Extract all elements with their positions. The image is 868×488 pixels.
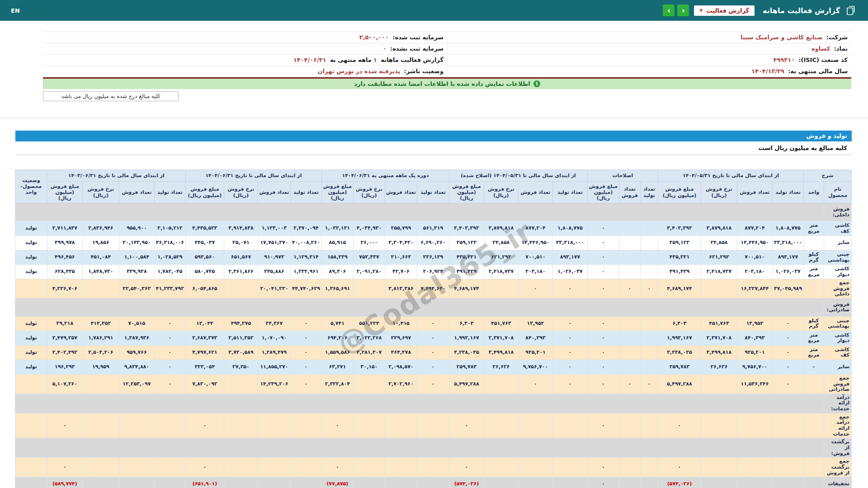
value-cell: ۰ xyxy=(290,331,321,345)
value-cell xyxy=(290,413,321,438)
value-cell: ۰ xyxy=(290,316,321,331)
value-cell xyxy=(619,413,640,438)
value-cell: ۳۹۹,۹۷۸ xyxy=(47,236,82,250)
value-cell: ۲,۷۰۲,۹۶۰ xyxy=(385,374,417,394)
column-header: تعداد تولید xyxy=(552,182,587,203)
value-cell: ۷۰,۵۱۵ xyxy=(119,316,154,331)
value-cell: ۰ xyxy=(290,374,321,394)
value-cell: ۳۶۴,۲۷۸ xyxy=(385,345,417,360)
value-cell: ۲,۴۱۸,۷۳۷ xyxy=(701,265,737,279)
value-cell: ۱۹۶,۲۹۳ xyxy=(47,360,82,374)
product-name-cell: سایر xyxy=(824,360,852,374)
value-cell: ۱۲,۲۵۳,۰۹۷ xyxy=(119,374,154,394)
next-report-button[interactable]: › xyxy=(663,5,675,16)
value-cell: ۲۱۰,۶۶۳ xyxy=(385,250,417,265)
value-cell: ۳,۸۱۳,۳۸۶ xyxy=(385,279,417,299)
value-cell: ۸۹,۳۰۶ xyxy=(321,265,353,279)
unit-cell: متر مربع xyxy=(804,221,824,236)
value-cell xyxy=(290,458,321,477)
prev-report-button[interactable]: ‹ xyxy=(677,5,689,16)
value-cell xyxy=(552,477,587,488)
value-cell: ۶۳,۲۷۱ xyxy=(321,360,353,374)
value-cell: ۰ xyxy=(587,458,619,477)
value-cell xyxy=(701,374,737,394)
value-cell: ۰ xyxy=(518,279,552,299)
unit-cell: متر مربع xyxy=(804,331,824,345)
value-cell: ۱۹,۹۵۹ xyxy=(82,360,119,374)
period-group-header: از ابتدای سال مالی تا ۱۴۰۴/۰۵/۳۱ (اصلاح … xyxy=(449,170,587,182)
value-cell xyxy=(385,477,417,488)
language-en-link[interactable]: EN xyxy=(11,7,20,14)
column-header: نرخ فروش (ریال) xyxy=(484,182,518,203)
symbol-link[interactable]: کساوه xyxy=(811,45,830,52)
value-cell: ۶۵۱,۵۶۷ xyxy=(224,250,258,265)
value-cell xyxy=(417,477,449,488)
info-value: ۰ xyxy=(383,45,387,52)
value-cell: ۶,۳۰۳ xyxy=(449,316,484,331)
value-cell: ۹۵۹,۷۶۶ xyxy=(119,345,154,360)
value-cell: ۵۸۰,۷۴۵ xyxy=(185,265,224,279)
value-cell: ۰ xyxy=(587,250,619,265)
table-row: کاشی کفمتر مربع۰۹۲۵,۲۰۱۳,۴۹۹,۸۱۸۳,۲۳۸,۰۳… xyxy=(15,345,851,360)
value-cell xyxy=(701,477,737,488)
value-cell: ۴۴,۷۴۰,۶۲۹ xyxy=(290,279,321,299)
isic-code-field: کد صنعت (ISIC): ۴۹۹۳۱۰ xyxy=(447,55,851,66)
value-cell: ۱,۹۹۳,۱۶۷ xyxy=(449,331,484,345)
report-type-select[interactable]: گزارش فعالیت ▼ xyxy=(694,5,755,16)
registered-capital-field: سرمایه ثبت شده: ۲,۵۰۰,۰۰۰ xyxy=(43,32,447,43)
column-header: تعداد تولید xyxy=(417,182,449,203)
value-cell: ۲,۱۰۵,۲۱۲ xyxy=(154,221,185,236)
product-name-cell: چینی بهداشتی xyxy=(824,250,852,265)
value-cell: ۳,۴۰۳,۳۹۲ xyxy=(658,221,701,236)
top-bar: گزارش فعالیت ماهانه گزارش فعالیت ▼ ‹ › E… xyxy=(0,0,868,21)
issuer-status-field: وضعیت ناشر: پذیرفته شده در بورس تهران xyxy=(43,66,447,77)
symbol-field: نماد: کساوه xyxy=(447,43,851,54)
table-row: جمع برگشت از فروش۰۰۰۰۰۰ xyxy=(15,458,851,477)
value-cell: ۲۶,۰۰۰ xyxy=(353,236,385,250)
value-cell: ۳۵۹,۱۲۲ xyxy=(449,236,484,250)
value-cell xyxy=(619,236,640,250)
section-fill xyxy=(15,298,824,316)
section-row: فروش داخلی: xyxy=(15,203,851,221)
section-fill xyxy=(15,203,824,221)
value-cell xyxy=(353,374,385,394)
value-cell: ۴,۶۸۹,۱۷۴ xyxy=(449,279,484,299)
period-group-header: از ابتدای سال مالی تا تاریخ ۱۴۰۴/۰۵/۳۱ xyxy=(658,170,803,182)
value-cell xyxy=(640,316,658,331)
value-cell: ۲,۴۷۹,۲۵۷ xyxy=(47,331,82,345)
value-cell: ۱,۵۵۹,۵۸۶ xyxy=(321,345,353,360)
value-cell: ۰ xyxy=(773,374,804,394)
status-cell: تولید xyxy=(15,331,47,345)
unit-cell xyxy=(804,477,824,488)
info-row: شرکت: صنایع کاشی و سرامیک سینا سرمایه ثب… xyxy=(43,32,851,43)
value-cell: ۱۲,۰۴۴ xyxy=(185,316,224,331)
value-cell: ۶,۳۰۳ xyxy=(658,316,701,331)
company-info-table: شرکت: صنایع کاشی و سرامیک سینا سرمایه ثب… xyxy=(43,32,851,77)
value-cell: ۰ xyxy=(587,331,619,345)
value-cell: ۰ xyxy=(773,345,804,360)
value-cell: ۰ xyxy=(552,316,587,331)
value-cell: ۹۵۵,۹۰۰ xyxy=(119,221,154,236)
value-cell: ۴۲,۷۰۶ xyxy=(385,265,417,279)
unit-cell xyxy=(804,279,824,299)
value-cell: ۳,۸۷۹,۸۱۸ xyxy=(484,221,518,236)
value-cell: ۴,۶۸۹,۱۷۴ xyxy=(658,279,701,299)
value-cell: ۰ xyxy=(640,374,658,394)
value-cell xyxy=(154,458,185,477)
value-cell: ۸۷۷,۲۰۴ xyxy=(518,221,552,236)
value-cell: (۶۵۱,۹۰۱) xyxy=(185,477,224,488)
value-cell: ۱۴,۴۴۶,۹۵۰ xyxy=(518,236,552,250)
product-name-cell: جمع درآمد ارائه خدمات xyxy=(824,413,852,438)
value-cell: ۹۲۵,۲۰۱ xyxy=(737,345,773,360)
section-label: درآمد ارائه خدمات: xyxy=(824,394,852,413)
value-cell: ۲۰۳,۱۸۰ xyxy=(737,265,773,279)
product-name-column-header: نام محصول xyxy=(824,182,852,203)
value-cell: ۱۱,۸۵۵,۲۷۰ xyxy=(258,360,290,374)
value-cell: ۰ xyxy=(552,279,587,299)
status-cell xyxy=(15,374,47,394)
company-name-link[interactable]: صنایع کاشی و سرامیک سینا xyxy=(741,34,822,41)
value-cell: ۵۹۳,۵۶۰ xyxy=(185,250,224,265)
value-cell: ۲۶,۶۲۶ xyxy=(484,360,518,374)
chevron-down-icon: ▼ xyxy=(699,8,703,13)
table-row: تخفیفات(۵۷۴,۰۲۶)۰(۵۷۴,۰۲۶)(۷۷,۸۷۵)(۶۵۱,۹… xyxy=(15,477,851,488)
